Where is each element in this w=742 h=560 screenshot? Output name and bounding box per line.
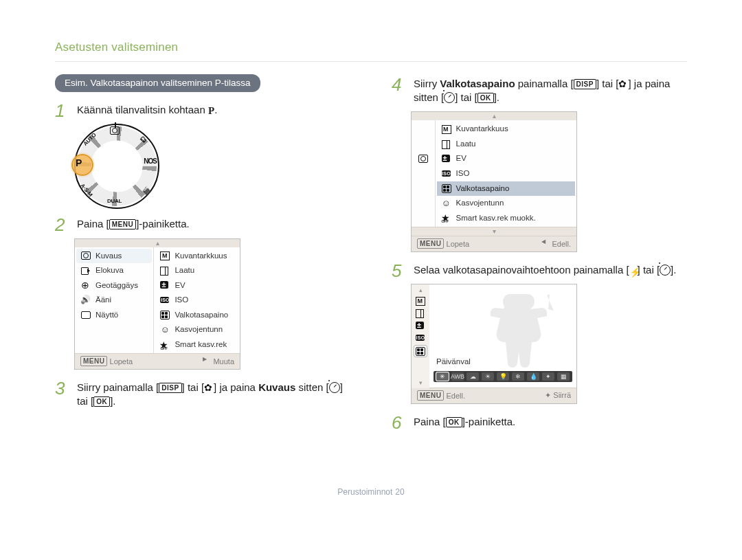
submenu-face[interactable]: Kasvojentunn (437, 196, 575, 211)
ok-key: OK (477, 93, 494, 103)
submenu-wb[interactable]: Valkotasapaino (155, 308, 238, 323)
left-column: Esim. Valkotasapainon valitseminen P-til… (55, 74, 350, 416)
wb-chip[interactable]: ☁ (466, 372, 479, 381)
disp-key: DISP (574, 79, 596, 89)
step1-text-b: . (214, 104, 217, 115)
ok-key: OK (446, 417, 462, 427)
submenu-kuvantarkkuus[interactable]: Kuvantarkkuus (437, 122, 575, 137)
step3-a: Siirry painamalla [ (77, 381, 159, 393)
ev-icon (160, 281, 170, 289)
submenu-laatu[interactable]: Laatu (155, 263, 238, 278)
menu-item-label: Näyttö (95, 310, 118, 321)
submenu-wb-selected[interactable]: Valkotasapaino (437, 181, 575, 197)
menu-item-label: Smart kasv.rek (175, 339, 227, 350)
wb-chip[interactable]: ✳ (436, 372, 449, 381)
menu-item-label: EV (175, 280, 185, 291)
size-icon (160, 251, 170, 260)
submenu-kuvantarkkuus[interactable]: Kuvantarkkuus (155, 249, 238, 264)
step3-c: ] ja paina (214, 381, 258, 393)
quality-icon (160, 267, 170, 275)
menu-item-naytto[interactable]: Näyttö (76, 308, 152, 323)
step-num: 3 (55, 379, 69, 397)
menu-item-label: Smart kasv.rek muokk. (456, 213, 536, 224)
menu-item-label: Laatu (175, 265, 194, 276)
step-2: 2 Paina [MENU]-painiketta. (55, 214, 350, 234)
macro-icon (618, 80, 628, 89)
footer-siirra: Siirrä (553, 391, 571, 399)
step-1: 1 Käännä tilanvalitsin kohtaan P. (55, 100, 350, 120)
submenu-face[interactable]: Kasvojentunn (155, 322, 238, 337)
mode-nos-label: NOS (144, 157, 157, 166)
screen-footer: MENU Edell. ✦ Siirrä (412, 388, 576, 403)
wb-icon (442, 184, 451, 192)
example-label: Esim. Valkotasapainon valitseminen P-til… (55, 74, 260, 92)
side-iso-icon[interactable] (414, 333, 427, 344)
right-column: 4 Siirry Valkotasapaino painamalla [DISP… (392, 74, 687, 436)
menu-item-label: Kuvantarkkuus (456, 124, 508, 135)
submenu-ev[interactable]: EV (437, 151, 575, 166)
chapter-title: Asetusten valitseminen (55, 14, 687, 62)
side-wb-icon[interactable] (414, 345, 427, 357)
ev-icon (442, 155, 451, 163)
arrow-up-icon: ▴ (75, 239, 240, 247)
side-qual-icon[interactable] (414, 308, 427, 319)
footer-lopeta: Lopeta (110, 357, 133, 366)
iso-icon (160, 296, 170, 304)
menu-item-elokuva[interactable]: Elokuva (76, 263, 152, 278)
step-num: 2 (55, 216, 69, 234)
step4-bold: Valkotasapaino (440, 78, 515, 89)
step1-text-a: Käännä tilanvalitsin kohtaan (77, 104, 208, 115)
menu-item-label: ISO (175, 295, 188, 306)
step-3: 3 Siirry painamalla [DISP] tai [] ja pai… (55, 378, 350, 412)
wb-strip: ✳ AWB ☁ ☀ 💡 ❄ 💧 ✦ ▦ (434, 371, 572, 382)
disp-key: DISP (159, 383, 181, 393)
iso-icon (442, 170, 451, 178)
menu-item-label: Valkotasapaino (456, 183, 510, 194)
submenu-iso[interactable]: ISO (437, 166, 575, 181)
chevron-right-icon (201, 356, 211, 364)
wb-chip[interactable]: ☀ (482, 372, 494, 381)
wb-chip[interactable]: ▦ (557, 372, 570, 381)
submenu-smart[interactable]: Smart kasv.rek muokk. (437, 211, 575, 226)
menu-item-geotag[interactable]: Geotäggäys (76, 278, 152, 293)
step3-f: ]. (110, 395, 115, 407)
wb-chip[interactable]: ❄ (512, 372, 524, 381)
wb-chip[interactable]: ✦ (542, 372, 554, 381)
timer-icon (329, 382, 340, 393)
wb-chip[interactable]: 💧 (527, 372, 539, 381)
menu-item-label: Valkotasapaino (175, 310, 228, 321)
move-icon: ✦ (545, 391, 551, 399)
step4-b: painamalla [ (515, 78, 574, 89)
menu-item-label: Kuvantarkkuus (175, 251, 227, 262)
wb-chip[interactable]: AWB (451, 372, 464, 381)
screen-footer: MENU Lopeta Muuta (75, 353, 240, 369)
camera-icon (81, 251, 91, 260)
wb-sidebar: ▴ ▾ (412, 284, 429, 388)
side-size-icon[interactable] (414, 295, 427, 306)
flash-icon (629, 265, 638, 275)
menu-item-aani[interactable]: Ääni (76, 293, 152, 308)
menu-item-label: Kasvojentunn (456, 198, 504, 209)
wb-chip[interactable]: 💡 (497, 372, 509, 381)
submenu-smart[interactable]: Smart kasv.rek (155, 337, 238, 352)
menu-item-label: ISO (456, 168, 470, 179)
chevron-left-icon (540, 238, 550, 247)
submenu-laatu[interactable]: Laatu (437, 137, 575, 152)
step-num: 1 (55, 102, 69, 120)
step3-bold: Kuvaus (258, 381, 295, 393)
screen-submenu-wb: ▴ Kuvantarkkuus Laatu EV ISO Valkotasapa… (411, 111, 577, 251)
arrow-down-icon: ▾ (419, 379, 423, 387)
step3-d: sitten [ (295, 381, 328, 393)
step2-text-a: Paina [ (77, 218, 109, 229)
step3-b: ] tai [ (182, 381, 205, 393)
submenu-iso[interactable]: ISO (155, 293, 238, 308)
menu-key-icon: MENU (80, 356, 107, 366)
star-off-icon (442, 214, 451, 222)
side-ev-icon[interactable] (414, 320, 427, 331)
menu-item-label: Elokuva (95, 265, 124, 276)
submenu-ev[interactable]: EV (155, 278, 238, 293)
menu-item-kuvaus[interactable]: Kuvaus (76, 249, 152, 264)
step4-f: ]. (494, 91, 499, 103)
video-icon (81, 267, 91, 275)
screen-footer: MENU Lopeta Edell. (412, 236, 576, 251)
